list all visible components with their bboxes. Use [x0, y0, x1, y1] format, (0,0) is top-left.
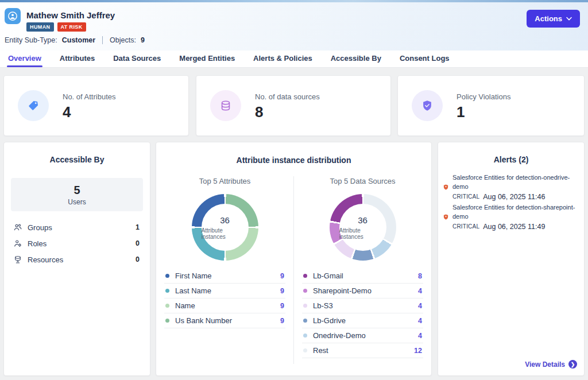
legend-row[interactable]: Name 9	[164, 298, 285, 313]
legend-value[interactable]: 9	[280, 287, 284, 295]
attributes-legend: First Name 9 Last Name 9 Name 9 Us Bank …	[164, 269, 285, 328]
view-details-link[interactable]: View Details ❯	[525, 360, 577, 369]
legend-dot	[303, 334, 307, 338]
tab-merged-entities[interactable]: Merged Entities	[179, 51, 235, 67]
accessible-by-title: Accessible By	[4, 155, 150, 164]
alerts-title: Alerts (2)	[438, 155, 584, 164]
legend-value[interactable]: 4	[418, 332, 422, 340]
alert-severity: CRITICAL	[452, 193, 479, 200]
tab-attributes[interactable]: Attributes	[60, 51, 95, 67]
alert-list: Salesforce Entities for detection-onedri…	[438, 173, 584, 231]
sub-type-label: Entity Sub-Type:	[5, 36, 57, 44]
donut-center-label: Attribute instances	[339, 227, 386, 240]
tab-overview[interactable]: Overview	[8, 51, 41, 67]
data-sources-donut-chart[interactable]: 36 Attribute instances	[330, 194, 396, 261]
alert-subline: CRITICAL Aug 06, 2025 11:46	[452, 193, 578, 201]
donut-center-label: Attribute instances	[202, 227, 249, 240]
roles-label: Roles	[28, 239, 47, 248]
legend-label: Us Bank Number	[175, 316, 232, 325]
legend-row[interactable]: Lb-Gmail 8	[302, 269, 423, 284]
entity-avatar	[5, 8, 21, 24]
legend-dot	[165, 319, 169, 323]
resources-row[interactable]: Resources 0	[4, 251, 150, 267]
alert-item[interactable]: Salesforce Entities for detection-sharep…	[443, 203, 578, 231]
tab-accessible-by[interactable]: Accessible By	[331, 51, 381, 67]
legend-dot	[303, 274, 307, 278]
person-icon	[7, 11, 18, 21]
roles-value: 0	[136, 239, 140, 247]
objects-value: 9	[141, 36, 145, 44]
legend-value[interactable]: 8	[418, 272, 422, 280]
distribution-columns: Top 5 Attributes 36 Attribute instances …	[156, 174, 431, 370]
legend-value[interactable]: 12	[414, 347, 422, 355]
data-sources-stat-card: No. of data sources 8	[196, 75, 391, 136]
legend-value[interactable]: 4	[418, 317, 422, 325]
legend-row[interactable]: Rest 12	[302, 343, 423, 358]
legend-value[interactable]: 9	[280, 302, 284, 310]
legend-value[interactable]: 4	[418, 287, 422, 295]
attribute-distribution-card: Attribute instance distribution Top 5 At…	[156, 142, 432, 376]
alert-title-text: Salesforce Entities for detection-onedri…	[452, 173, 578, 192]
top-attributes-title: Top 5 Attributes	[156, 177, 293, 185]
users-highlight: 5 Users	[11, 178, 143, 211]
legend-row[interactable]: Sharepoint-Demo 4	[302, 284, 423, 298]
stat-icon-circle	[210, 90, 241, 121]
groups-icon	[13, 223, 22, 232]
badge-row: HUMAN AT RISK	[26, 22, 86, 32]
tab-consent-logs[interactable]: Consent Logs	[400, 51, 450, 67]
alert-subline: CRITICAL Aug 06, 2025 11:49	[452, 223, 578, 231]
alert-timestamp: Aug 06, 2025 11:49	[483, 223, 545, 231]
alert-shield-icon	[443, 184, 449, 191]
database-icon	[219, 99, 232, 112]
alert-title-text: Salesforce Entities for detection-sharep…	[452, 203, 578, 222]
attributes-stat-card: No. of Attributes 4	[3, 75, 189, 136]
stat-label: No. of data sources	[255, 92, 320, 101]
legend-row[interactable]: Lb-S3 4	[302, 298, 423, 313]
entity-meta: Entity Sub-Type: Customer Objects: 9	[5, 36, 145, 44]
at-risk-badge: AT RISK	[57, 22, 86, 32]
legend-value[interactable]: 9	[280, 317, 284, 325]
legend-row[interactable]: Last Name 9	[164, 284, 285, 298]
legend-dot	[303, 304, 307, 308]
alert-severity: CRITICAL	[452, 223, 479, 230]
legend-row[interactable]: Onedrive-Demo 4	[302, 328, 423, 343]
alert-shield-icon	[443, 214, 449, 220]
tab-alerts-policies[interactable]: Alerts & Policies	[253, 51, 312, 67]
legend-dot	[165, 304, 169, 308]
donut-center-value: 36	[220, 215, 230, 225]
groups-row[interactable]: Groups 1	[4, 219, 150, 235]
donut-center: 36 Attribute instances	[339, 204, 386, 251]
users-count: 5	[74, 184, 80, 197]
entity-header: Mathew Smith Jeffrey HUMAN AT RISK Entit…	[0, 2, 588, 51]
alerts-card: Alerts (2) Salesforce Entities for detec…	[438, 142, 585, 376]
roles-icon	[13, 239, 22, 248]
accessible-by-rows: Groups 1 Roles 0 Resources 0	[4, 219, 150, 267]
human-badge: HUMAN	[26, 22, 54, 32]
resources-label: Resources	[28, 255, 63, 264]
donut-center-value: 36	[358, 215, 368, 225]
alert-text: Salesforce Entities for detection-onedri…	[452, 173, 578, 201]
legend-row[interactable]: First Name 9	[164, 269, 285, 284]
attributes-donut-chart[interactable]: 36 Attribute instances	[192, 194, 258, 261]
resources-icon	[13, 255, 22, 264]
groups-value: 1	[136, 223, 140, 231]
top-data-sources-title: Top 5 Data Sources	[294, 177, 431, 185]
actions-label: Actions	[535, 14, 562, 23]
legend-label: First Name	[175, 272, 212, 280]
legend-label: Lb-Gdrive	[313, 316, 346, 325]
legend-row[interactable]: Lb-Gdrive 4	[302, 313, 423, 328]
legend-value[interactable]: 9	[280, 272, 284, 280]
sub-type-value: Customer	[62, 36, 95, 44]
tab-data-sources[interactable]: Data Sources	[113, 51, 161, 67]
legend-value[interactable]: 4	[418, 302, 422, 310]
roles-row[interactable]: Roles 0	[4, 235, 150, 251]
entity-name: Mathew Smith Jeffrey	[26, 10, 115, 20]
alert-item[interactable]: Salesforce Entities for detection-onedri…	[443, 173, 578, 201]
legend-label: Name	[175, 301, 195, 310]
legend-row[interactable]: Us Bank Number 9	[164, 313, 285, 328]
legend-label: Lb-Gmail	[313, 272, 343, 280]
actions-button[interactable]: Actions	[527, 10, 580, 28]
accessible-by-card: Accessible By 5 Users Groups 1 Roles	[3, 142, 150, 376]
meta-divider	[102, 36, 103, 44]
stat-icon-circle	[412, 90, 443, 121]
